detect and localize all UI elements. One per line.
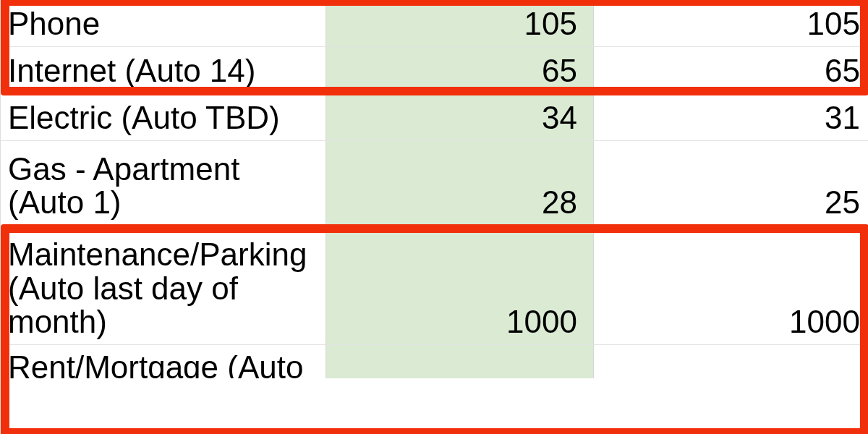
cell-actual[interactable]: 105 — [594, 0, 868, 46]
budget-value: 28 — [542, 186, 577, 219]
table-row[interactable]: Rent/Mortgage (Auto — [1, 345, 868, 378]
cell-actual[interactable]: 31 — [594, 94, 868, 140]
category-text: Internet (Auto 14) — [8, 54, 255, 88]
actual-value: 105 — [807, 7, 860, 41]
actual-value: 25 — [825, 186, 860, 219]
table-row[interactable]: Maintenance/Parking (Auto last day of mo… — [1, 226, 868, 345]
budget-value: 65 — [542, 54, 577, 88]
budget-value: 105 — [524, 7, 577, 41]
cell-budget[interactable]: 34 — [326, 94, 594, 140]
budget-value: 34 — [542, 101, 577, 135]
table-row[interactable]: Gas - Apartment (Auto 1) 28 25 — [1, 141, 868, 226]
cell-actual[interactable]: 25 — [594, 141, 868, 225]
cell-category[interactable]: Rent/Mortgage (Auto — [1, 345, 326, 378]
cell-budget[interactable] — [326, 345, 594, 378]
cell-category[interactable]: Maintenance/Parking (Auto last day of mo… — [1, 226, 326, 344]
cell-category[interactable]: Phone — [1, 0, 326, 46]
cell-category[interactable]: Gas - Apartment (Auto 1) — [1, 141, 326, 225]
cell-budget[interactable]: 1000 — [326, 226, 594, 344]
cell-category[interactable]: Internet (Auto 14) — [1, 47, 326, 93]
cell-budget[interactable]: 28 — [326, 141, 594, 225]
budget-value: 1000 — [506, 305, 577, 339]
category-text: Maintenance/Parking (Auto last day of mo… — [8, 238, 318, 339]
actual-value: 1000 — [789, 305, 860, 339]
actual-value: 65 — [825, 54, 860, 88]
actual-value: 31 — [825, 101, 860, 135]
category-text: Rent/Mortgage (Auto — [8, 351, 303, 378]
category-text: Gas - Apartment (Auto 1) — [8, 153, 318, 219]
table-row[interactable]: Internet (Auto 14) 65 65 — [1, 47, 868, 94]
cell-actual[interactable] — [594, 345, 868, 378]
category-text: Phone — [8, 7, 100, 41]
table-row[interactable]: Phone 105 105 — [1, 0, 868, 47]
cell-budget[interactable]: 65 — [326, 47, 594, 93]
cell-budget[interactable]: 105 — [326, 0, 594, 46]
table-row[interactable]: Electric (Auto TBD) 34 31 — [1, 94, 868, 141]
cell-actual[interactable]: 1000 — [594, 226, 868, 344]
category-text: Electric (Auto TBD) — [8, 101, 280, 135]
cell-actual[interactable]: 65 — [594, 47, 868, 93]
cell-category[interactable]: Electric (Auto TBD) — [1, 94, 326, 140]
spreadsheet-view: Phone 105 105 Internet (Auto 14) 65 65 E… — [0, 0, 868, 434]
